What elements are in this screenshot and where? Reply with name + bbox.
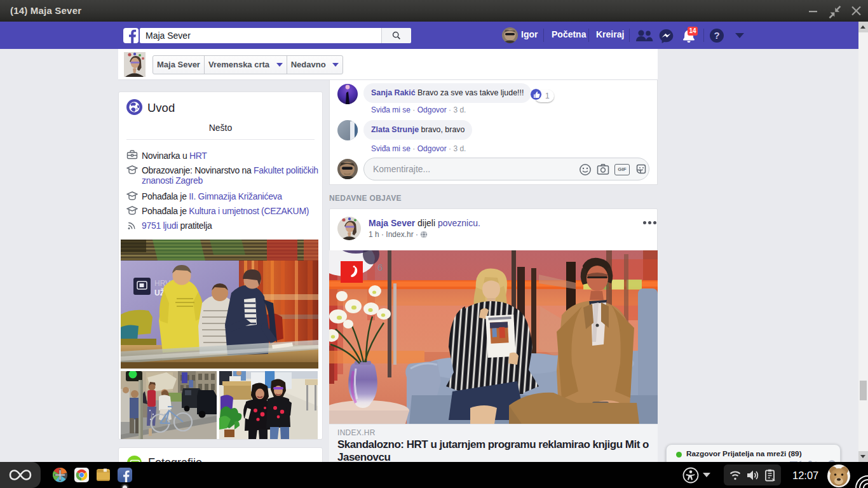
svg-text:6: 6 [377, 262, 383, 273]
